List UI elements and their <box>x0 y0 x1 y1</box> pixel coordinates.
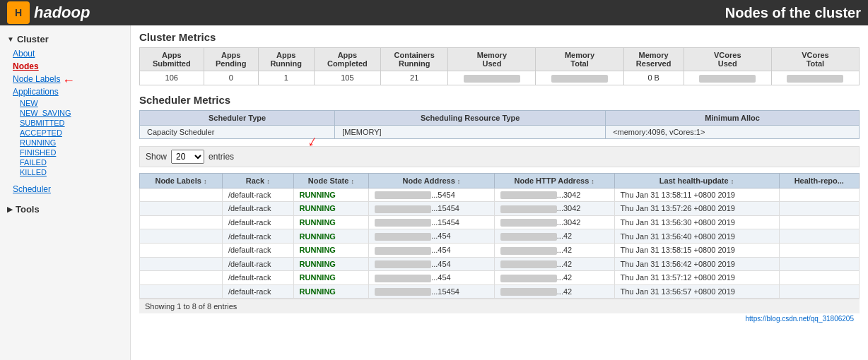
sidebar-item-submitted[interactable]: SUBMITTED <box>0 118 130 128</box>
sidebar-item-failed[interactable]: FAILED <box>0 157 130 167</box>
footer-url: https://blog.csdn.net/qq_31806205 <box>139 313 860 324</box>
sidebar-item-scheduler[interactable]: Scheduler <box>0 183 130 196</box>
val-apps-submitted: 106 <box>140 71 204 85</box>
table-row: /default-rackRUNNING ...454 ...42Thu Jan… <box>140 229 860 244</box>
cell-labels <box>140 243 223 257</box>
main-content: Cluster Metrics AppsSubmitted AppsPendin… <box>131 25 868 360</box>
th-health-report[interactable]: Health-repo... <box>779 173 859 188</box>
logo-icon: H <box>7 1 30 24</box>
table-row: /default-rackRUNNING ...454 ...42Thu Jan… <box>140 243 860 257</box>
sidebar-cluster-header[interactable]: ▼ Cluster <box>0 31 130 47</box>
table-row: /default-rackRUNNING ...454 ...42Thu Jan… <box>140 257 860 271</box>
cell-health: Thu Jan 31 13:57:26 +0800 2019 <box>614 202 779 216</box>
logo-text: hadoop <box>34 4 90 22</box>
entries-label: entries <box>209 152 234 162</box>
sidebar-item-about[interactable]: About <box>0 47 130 60</box>
sidebar-item-new-saving[interactable]: NEW_SAVING <box>0 108 130 118</box>
cell-state: RUNNING <box>293 243 369 257</box>
cell-http: ...42 <box>494 271 614 285</box>
table-row: /default-rackRUNNING ...15454 ...42Thu J… <box>140 284 860 299</box>
header: H hadoop Nodes of the cluster <box>0 0 868 25</box>
cell-labels <box>140 257 223 271</box>
cell-http: ...3042 <box>494 215 614 229</box>
sidebar-item-node-labels[interactable]: Node Labels <box>0 73 130 85</box>
th-node-state[interactable]: Node State ↕ <box>293 173 369 188</box>
cell-labels <box>140 188 223 202</box>
cell-labels <box>140 271 223 285</box>
cluster-metrics-title: Cluster Metrics <box>139 31 860 43</box>
sched-col-type: Scheduler Type <box>140 110 335 125</box>
col-vcores-used: VCoresUsed <box>684 48 771 71</box>
col-apps-running: AppsRunning <box>258 48 314 71</box>
val-apps-pending: 0 <box>204 71 258 85</box>
logo: H hadoop <box>7 1 90 24</box>
table-row: /default-rackRUNNING ...15454 ...3042Thu… <box>140 202 860 216</box>
cell-http: ...42 <box>494 257 614 271</box>
sidebar-item-killed[interactable]: KILLED <box>0 167 130 177</box>
th-node-labels[interactable]: Node Labels ↕ <box>140 173 223 188</box>
showing-info: Showing 1 to 8 of 8 entries <box>139 299 860 313</box>
cell-health: Thu Jan 31 13:56:40 +0800 2019 <box>614 229 779 244</box>
cell-health-report <box>779 229 859 244</box>
sched-val-alloc: <memory:4096, vCores:1> <box>606 125 860 138</box>
cell-http: ...42 <box>494 243 614 257</box>
th-node-http[interactable]: Node HTTP Address ↕ <box>494 173 614 188</box>
col-memory-used: MemoryUsed <box>448 48 536 71</box>
sched-col-alloc: Minimum Alloc <box>606 110 860 125</box>
col-memory-total: MemoryTotal <box>536 48 623 71</box>
cell-address: ...454 <box>369 243 495 257</box>
th-node-address[interactable]: Node Address ↕ <box>369 173 495 188</box>
cell-health: Thu Jan 31 13:57:12 +0800 2019 <box>614 271 779 285</box>
table-row: /default-rackRUNNING ...15454 ...3042Thu… <box>140 215 860 229</box>
cell-health-report <box>779 243 859 257</box>
cell-http: ...42 <box>494 229 614 244</box>
cell-labels <box>140 229 223 244</box>
cell-health: Thu Jan 31 13:56:30 +0800 2019 <box>614 215 779 229</box>
sidebar-item-accepted[interactable]: ACCEPTED <box>0 128 130 138</box>
cell-state: RUNNING <box>293 229 369 244</box>
col-apps-submitted: AppsSubmitted <box>140 48 204 71</box>
th-rack[interactable]: Rack ↕ <box>222 173 293 188</box>
cell-rack: /default-rack <box>222 257 293 271</box>
nodes-table: Node Labels ↕ Rack ↕ Node State ↕ Node A… <box>139 173 860 299</box>
sidebar-item-applications[interactable]: Applications <box>0 85 130 98</box>
val-memory-reserved: 0 B <box>623 71 684 85</box>
sidebar-tools-header[interactable]: ▶ Tools <box>0 201 130 217</box>
th-health-update[interactable]: Last health-update ↕ <box>614 173 779 188</box>
cell-address: ...15454 <box>369 202 495 216</box>
cell-address: ...5454 <box>369 188 495 202</box>
show-label: Show <box>146 152 167 162</box>
cell-state: RUNNING <box>293 188 369 202</box>
tools-label: Tools <box>16 204 40 215</box>
cell-labels <box>140 215 223 229</box>
cell-state: RUNNING <box>293 271 369 285</box>
cell-labels <box>140 284 223 299</box>
cell-health-report <box>779 284 859 299</box>
triangle-icon-tools: ▶ <box>7 205 13 213</box>
cell-health: Thu Jan 31 13:56:42 +0800 2019 <box>614 257 779 271</box>
entries-select[interactable]: 20 10 25 50 100 <box>171 150 204 164</box>
cell-health-report <box>779 215 859 229</box>
cell-state: RUNNING <box>293 215 369 229</box>
cell-health: Thu Jan 31 13:58:15 +0800 2019 <box>614 243 779 257</box>
sched-val-resource: [MEMORY] <box>335 125 606 138</box>
col-apps-completed: AppsCompleted <box>314 48 380 71</box>
triangle-icon: ▼ <box>7 35 14 43</box>
cell-state: RUNNING <box>293 257 369 271</box>
cell-health-report <box>779 271 859 285</box>
sidebar-item-finished[interactable]: FINISHED <box>0 148 130 157</box>
cell-health-report <box>779 257 859 271</box>
val-apps-running: 1 <box>258 71 314 85</box>
cell-health: Thu Jan 31 13:58:11 +0800 2019 <box>614 188 779 202</box>
table-row: /default-rackRUNNING ...5454 ...3042Thu … <box>140 188 860 202</box>
sidebar-item-running[interactable]: RUNNING <box>0 138 130 148</box>
cell-address: ...15454 <box>369 215 495 229</box>
cell-rack: /default-rack <box>222 188 293 202</box>
cell-rack: /default-rack <box>222 284 293 299</box>
cell-address: ...454 <box>369 257 495 271</box>
cell-labels <box>140 202 223 216</box>
sidebar-item-nodes[interactable]: Nodes <box>0 60 130 73</box>
cell-rack: /default-rack <box>222 243 293 257</box>
sidebar-item-new[interactable]: NEW <box>0 98 130 108</box>
scheduler-metrics-title: Scheduler Metrics <box>139 94 860 106</box>
